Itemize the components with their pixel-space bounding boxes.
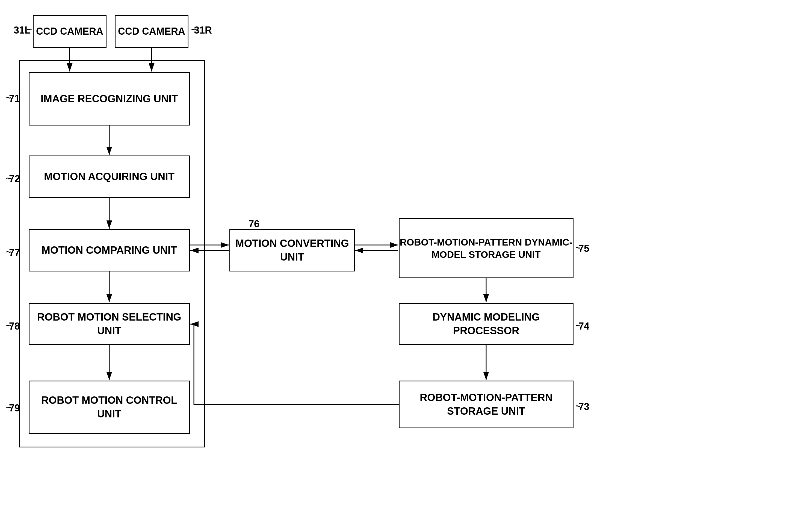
motion-converting-block: MOTION CONVERTING UNIT xyxy=(230,229,355,271)
image-recognizing-block: IMAGE RECOGNIZING UNIT xyxy=(29,72,190,126)
ccd-camera-right-block: CCD CAMERA xyxy=(115,15,188,48)
ref-72-tilde: ~ xyxy=(6,173,11,183)
motion-comparing-label: MOTION COMPARING UNIT xyxy=(41,244,177,257)
motion-converting-label: MOTION CONVERTING UNIT xyxy=(230,237,354,264)
ref-71-tilde: ~ xyxy=(6,93,11,103)
ref-75-tilde: ~ xyxy=(576,243,581,253)
robot-motion-control-label: ROBOT MOTION CONTROL UNIT xyxy=(30,394,189,421)
ref-76-label: 76 xyxy=(249,218,259,230)
robot-motion-pattern-dynamic-block: ROBOT-MOTION-PATTERN DYNAMIC-MODEL STORA… xyxy=(399,218,574,278)
ccd-camera-right-label: CCD CAMERA xyxy=(118,25,185,38)
dynamic-modeling-block: DYNAMIC MODELING PROCESSOR xyxy=(399,303,574,345)
robot-motion-control-block: ROBOT MOTION CONTROL UNIT xyxy=(29,381,190,434)
robot-motion-selecting-block: ROBOT MOTION SELECTING UNIT xyxy=(29,303,190,345)
motion-acquiring-label: MOTION ACQUIRING UNIT xyxy=(44,170,175,183)
ref-77-tilde: ~ xyxy=(6,247,11,257)
motion-comparing-block: MOTION COMPARING UNIT xyxy=(29,229,190,271)
ref-73-tilde: ~ xyxy=(576,401,581,411)
robot-motion-pattern-storage-label: ROBOT-MOTION-PATTERN STORAGE UNIT xyxy=(400,391,573,418)
ref-31L-arrow: ~ xyxy=(27,24,32,35)
ref-78-tilde: ~ xyxy=(6,321,11,331)
robot-motion-selecting-label: ROBOT MOTION SELECTING UNIT xyxy=(30,310,189,338)
ref-79-tilde: ~ xyxy=(6,402,11,413)
ref-74-tilde: ~ xyxy=(576,321,581,331)
diagram: CCD CAMERA 31L ~ CCD CAMERA 31R ~ IMAGE … xyxy=(0,0,798,532)
image-recognizing-label: IMAGE RECOGNIZING UNIT xyxy=(41,92,178,106)
robot-motion-pattern-storage-block: ROBOT-MOTION-PATTERN STORAGE UNIT xyxy=(399,381,574,428)
ccd-camera-left-block: CCD CAMERA xyxy=(33,15,107,48)
robot-motion-pattern-dynamic-label: ROBOT-MOTION-PATTERN DYNAMIC-MODEL STORA… xyxy=(400,236,573,261)
ref-31R-tilde: ~ xyxy=(191,24,196,35)
ref-31R-label: 31R xyxy=(194,24,212,36)
ccd-camera-left-label: CCD CAMERA xyxy=(36,25,103,38)
motion-acquiring-block: MOTION ACQUIRING UNIT xyxy=(29,155,190,198)
dynamic-modeling-label: DYNAMIC MODELING PROCESSOR xyxy=(400,310,573,338)
